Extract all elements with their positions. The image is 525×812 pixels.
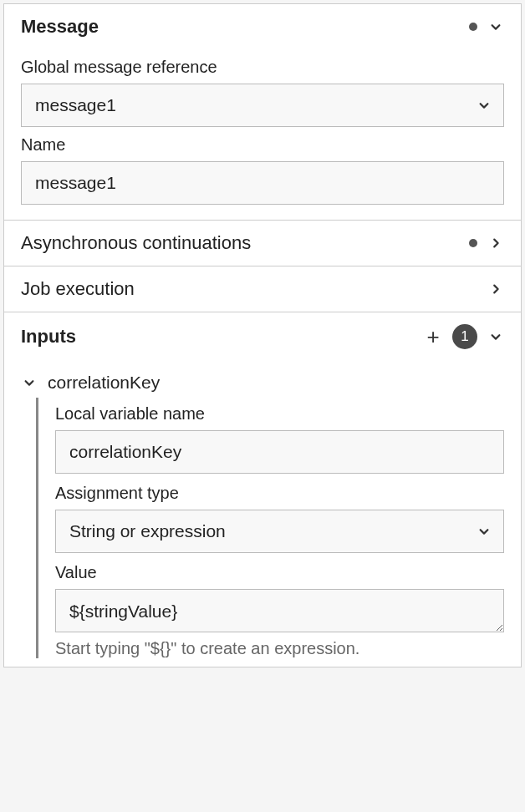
- assignment-type-label: Assignment type: [55, 484, 504, 503]
- chevron-right-icon: [487, 281, 504, 297]
- inputs-count-badge: 1: [452, 324, 477, 349]
- inputs-section-header[interactable]: Inputs + 1: [4, 312, 521, 361]
- inputs-item-name: correlationKey: [48, 373, 160, 393]
- async-continuations-header[interactable]: Asynchronous continuations: [4, 221, 521, 266]
- local-var-label: Local variable name: [55, 404, 504, 424]
- assignment-type-select[interactable]: [55, 510, 504, 553]
- job-execution-title: Job execution: [21, 278, 477, 300]
- value-input[interactable]: [55, 589, 504, 632]
- chevron-down-icon: [487, 328, 504, 345]
- global-ref-select-wrapper: [21, 84, 504, 127]
- inputs-item: correlationKey Local variable name Assig…: [4, 361, 521, 667]
- value-hint: Start typing "${}" to create an expressi…: [55, 639, 504, 658]
- global-ref-field: Global message reference: [21, 58, 504, 127]
- inputs-section-title: Inputs: [21, 326, 414, 348]
- chevron-right-icon: [487, 235, 504, 251]
- inputs-section: Inputs + 1 correlationKey Local variable…: [4, 312, 521, 667]
- assignment-type-select-wrapper: [55, 510, 504, 553]
- job-execution-header[interactable]: Job execution: [4, 266, 521, 312]
- message-section-title: Message: [21, 16, 459, 38]
- value-label: Value: [55, 563, 504, 582]
- assignment-type-field: Assignment type: [55, 484, 504, 553]
- async-continuations-title: Asynchronous continuations: [21, 232, 459, 254]
- add-input-button[interactable]: +: [424, 327, 442, 346]
- status-dot-icon: [469, 239, 477, 247]
- chevron-down-icon: [487, 18, 504, 35]
- message-section-body: Global message reference Name: [4, 58, 521, 220]
- global-ref-select[interactable]: [21, 84, 504, 127]
- local-var-input[interactable]: [55, 430, 504, 474]
- message-section: Message Global message reference Name: [4, 4, 521, 220]
- global-ref-label: Global message reference: [21, 58, 504, 77]
- name-input[interactable]: [21, 161, 504, 205]
- name-field: Name: [21, 135, 504, 205]
- status-dot-icon: [469, 23, 477, 31]
- local-var-field: Local variable name: [55, 404, 504, 474]
- name-label: Name: [21, 135, 504, 155]
- message-section-header[interactable]: Message: [4, 4, 521, 49]
- value-field: Value Start typing "${}" to create an ex…: [55, 563, 504, 658]
- inputs-item-body: Local variable name Assignment type Valu…: [36, 398, 504, 658]
- chevron-down-icon: [21, 374, 38, 391]
- async-continuations-section: Asynchronous continuations: [4, 220, 521, 266]
- inputs-item-header[interactable]: correlationKey: [21, 368, 504, 398]
- properties-panel: Message Global message reference Name: [3, 3, 522, 667]
- job-execution-section: Job execution: [4, 266, 521, 312]
